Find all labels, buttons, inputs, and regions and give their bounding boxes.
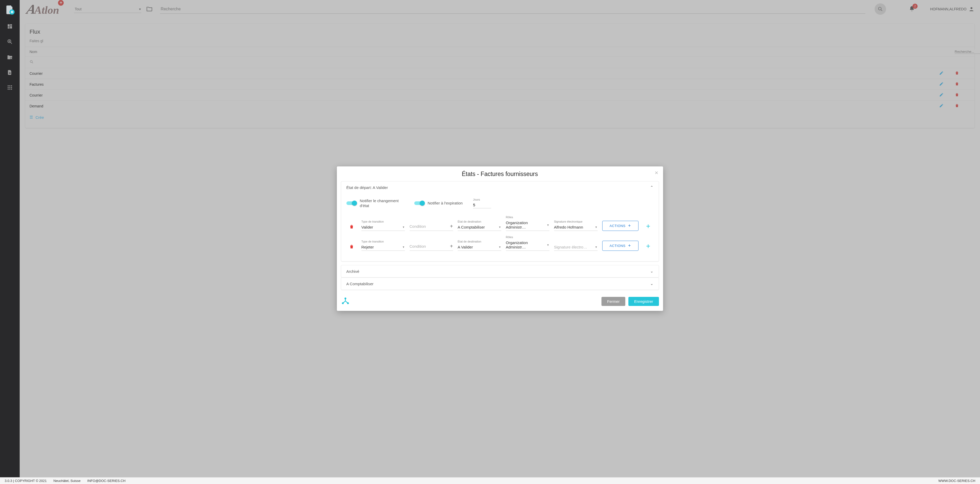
new-doc-icon[interactable] [5, 5, 15, 16]
transition-row: Type de transitionValider▼ Condition+Éta… [347, 216, 654, 231]
actions-button[interactable]: ACTIONS+ [602, 241, 638, 251]
dest-state-select[interactable]: État de destinationA Comptabiliser▼ [458, 220, 501, 231]
grid-icon[interactable] [7, 85, 13, 92]
workflow-icon[interactable] [341, 297, 350, 306]
dashboard-icon[interactable] [7, 24, 13, 31]
panel-header-expanded[interactable]: État de départ: A Valider ⌃ [341, 181, 659, 194]
condition-input[interactable]: Condition+ [410, 238, 453, 251]
svg-point-6 [344, 298, 346, 300]
panel-header-collapsed[interactable]: A Comptabiliser⌄ [341, 278, 659, 290]
state-panel-collapsed: Archivé⌄ [341, 265, 659, 278]
add-transition-icon[interactable]: + [643, 242, 654, 251]
panel-title: État de départ: A Valider [347, 185, 388, 190]
file-add-icon[interactable] [7, 70, 13, 77]
actions-button[interactable]: ACTIONS+ [602, 221, 638, 231]
footer-mail[interactable]: INFO@DOC-SERIES.CH [87, 479, 126, 483]
transition-type-select[interactable]: Type de transitionRejeter▼ [361, 240, 405, 251]
notify-state-label: Notifier le changement d'état [360, 198, 404, 208]
modal-title: États - Factures fournisseurs [462, 171, 538, 178]
roles-select[interactable]: RôlesOrganization Administr…▼ [506, 235, 549, 251]
delete-transition-icon[interactable] [347, 224, 357, 231]
notify-state-toggle[interactable] [347, 202, 356, 205]
jours-input[interactable] [473, 202, 491, 208]
zoom-in-icon[interactable] [7, 38, 13, 46]
jours-label: Jours [473, 198, 491, 201]
signature-select[interactable]: Signature électroniqueAlfredo Hofmann▼ [554, 220, 598, 231]
states-modal: États - Factures fournisseurs ✕ État de … [337, 167, 663, 311]
transition-row: Type de transitionRejeter▼ Condition+Éta… [347, 235, 654, 251]
panel-title: Archivé [347, 269, 360, 274]
browse-icon[interactable] [7, 54, 13, 62]
notify-expiration-toggle[interactable] [414, 202, 424, 205]
condition-input[interactable]: Condition+ [410, 219, 453, 231]
footer-version: 3.0.3 | COPYRIGHT © 2021 [5, 479, 47, 483]
state-panel-collapsed: A Comptabiliser⌄ [341, 278, 659, 290]
close-button[interactable]: Fermer [601, 297, 625, 306]
main-area: AAtlon + Tout▾ 2 HOFMANN,ALFREDO Flux [20, 0, 980, 477]
modal-overlay: États - Factures fournisseurs ✕ État de … [20, 0, 980, 477]
save-button[interactable]: Enregistrer [628, 297, 659, 306]
panel-header-collapsed[interactable]: Archivé⌄ [341, 265, 659, 277]
signature-select[interactable]: Signature électro…▼ [554, 240, 598, 251]
state-panel-expanded: État de départ: A Valider ⌃ Notifier le … [341, 181, 659, 262]
left-nav [0, 0, 20, 477]
notify-expiration-label: Notifier à l'expiration [428, 201, 463, 206]
footer-site[interactable]: WWW.DOC-SERIES.CH [938, 479, 975, 483]
chevron-down-icon: ⌄ [650, 281, 654, 286]
chevron-up-icon: ⌃ [650, 185, 654, 190]
chevron-down-icon: ⌄ [650, 269, 654, 274]
transition-type-select[interactable]: Type de transitionValider▼ [361, 220, 405, 231]
modal-close-icon[interactable]: ✕ [655, 170, 659, 176]
footer-location: Neuchâtel, Suisse [53, 479, 81, 483]
delete-transition-icon[interactable] [347, 244, 357, 251]
footer: 3.0.3 | COPYRIGHT © 2021 Neuchâtel, Suis… [0, 477, 980, 484]
add-transition-icon[interactable]: + [643, 222, 654, 231]
panel-title: A Comptabiliser [347, 282, 374, 286]
roles-select[interactable]: RôlesOrganization Administr…▼ [506, 216, 549, 231]
dest-state-select[interactable]: État de destinationA Valider▼ [458, 240, 501, 251]
